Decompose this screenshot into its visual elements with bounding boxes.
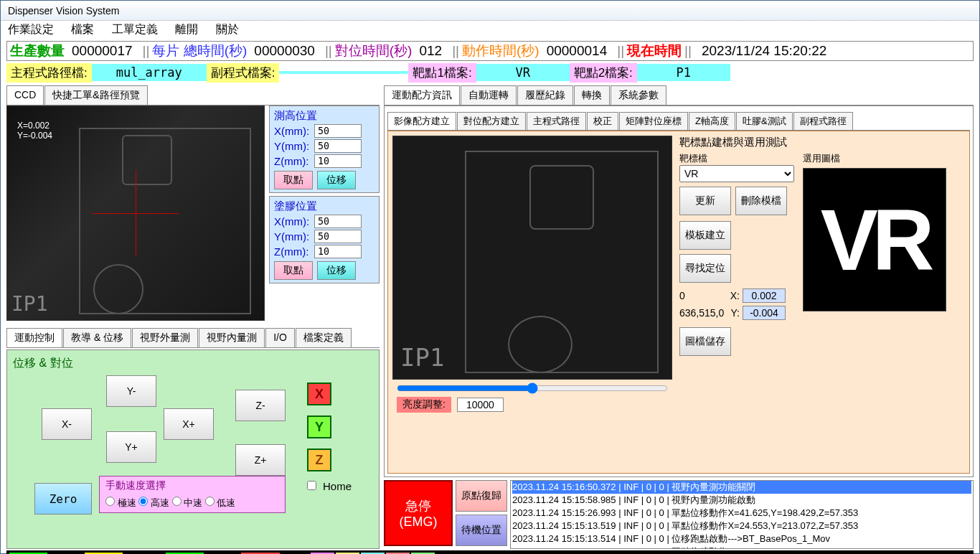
recipe-image[interactable]: IP1 <box>392 136 672 380</box>
target1-label: 靶點1檔案: <box>408 63 476 83</box>
subtab-sub-path[interactable]: 副程式路徑 <box>793 112 853 130</box>
y-value: -0.004 <box>743 306 786 320</box>
subtab-matrix[interactable]: 矩陣對位座標 <box>619 112 688 130</box>
update-button[interactable]: 更新 <box>679 187 731 215</box>
speed-select-panel: 手動速度選擇 極速 高速 中速 低速 <box>99 476 286 513</box>
glue-pick-button[interactable]: 取點 <box>274 261 313 280</box>
tab-fov-out[interactable]: 視野外量測 <box>132 328 198 347</box>
delete-template-button[interactable]: 刪除模檔 <box>735 187 787 215</box>
jog-y-minus[interactable]: Y- <box>106 375 156 407</box>
motion-value: 00000014 <box>547 43 608 59</box>
log-row: 2023.11.24 15:16:50.372 | INF | 0 | 0 | … <box>512 481 971 494</box>
speed-max[interactable]: 極速 <box>105 497 136 508</box>
sub-program-value <box>279 71 408 74</box>
menu-order[interactable]: 工單定義 <box>112 23 158 35</box>
origin-label: 0 <box>679 290 722 301</box>
speed-mid[interactable]: 中速 <box>172 497 203 508</box>
tab-motion-control[interactable]: 運動控制 <box>6 328 62 347</box>
sub-program-label: 副程式檔案: <box>207 63 280 83</box>
tab-sys-params[interactable]: 系統參數 <box>611 85 666 105</box>
home-checkbox[interactable]: Home <box>307 480 352 493</box>
cycle-label: 每片 總時間(秒) <box>152 42 247 60</box>
menu-about[interactable]: 關於 <box>216 23 239 35</box>
y-label: Y: <box>725 307 740 319</box>
axis-y-button[interactable]: Y <box>307 416 331 438</box>
standby-button[interactable]: 待機位置 <box>456 515 507 546</box>
home-button[interactable]: 原點復歸 <box>456 480 507 512</box>
log-row: 2023.11.24 15:15:58.985 | INF | 0 | 0 | … <box>512 494 971 507</box>
x-label: X: <box>725 290 740 301</box>
build-template-button[interactable]: 模板建立 <box>679 221 731 250</box>
log-panel[interactable]: 2023.11.24 15:16:50.372 | INF | 0 | 0 | … <box>510 480 974 549</box>
tab-file-def[interactable]: 檔案定義 <box>296 328 352 347</box>
x-value: 0.002 <box>743 288 786 303</box>
file-bar: 主程式路徑檔: mul_array 副程式檔案: 靶點1檔案: VR 靶點2檔案… <box>6 62 974 83</box>
meas-x-input[interactable] <box>314 124 362 138</box>
find-locate-button[interactable]: 尋找定位 <box>679 254 731 283</box>
axis-z-button[interactable]: Z <box>307 449 331 471</box>
tab-teach[interactable]: 教導 & 位移 <box>63 328 131 347</box>
glue-title: 塗膠位置 <box>274 199 374 213</box>
jog-z-minus[interactable]: Z- <box>235 390 286 421</box>
tab-convert[interactable]: 轉換 <box>574 85 610 105</box>
tab-fov-in[interactable]: 視野內量測 <box>199 328 265 347</box>
measure-height-panel: 測高位置 X(mm): Y(mm): Z(mm): 取點 位移 <box>269 105 380 193</box>
emergency-stop-button[interactable]: 急停(EMG) <box>384 480 453 546</box>
glue-y-input[interactable] <box>314 230 362 243</box>
measure-height-title: 測高位置 <box>274 109 374 123</box>
ccd-image[interactable]: X=0.002Y=-0.004 IP1 <box>6 105 265 321</box>
tab-preview[interactable]: 快捷工單&路徑預覽 <box>44 85 147 105</box>
subtab-z-height[interactable]: Z軸高度 <box>689 112 735 130</box>
jog-x-plus[interactable]: X+ <box>164 408 214 440</box>
jog-x-minus[interactable]: X- <box>42 408 92 440</box>
target2-label: 靶點2檔案: <box>570 63 637 83</box>
menu-file[interactable]: 檔案 <box>71 23 94 35</box>
tab-io[interactable]: I/O <box>265 328 295 347</box>
template-preview: VR <box>803 168 946 311</box>
axis-x-button[interactable]: X <box>307 382 331 405</box>
jog-y-plus[interactable]: Y+ <box>106 431 156 463</box>
brightness-value: 10000 <box>457 398 504 412</box>
main-program-value: mul_array <box>92 64 207 81</box>
now-label: 現在時間 <box>627 42 682 60</box>
speed-label: 手動速度選擇 <box>105 479 279 492</box>
subtab-dispense[interactable]: 吐膠&測試 <box>736 112 793 130</box>
tab-auto-run[interactable]: 自動運轉 <box>461 85 517 105</box>
motion-label: 動作時間(秒) <box>462 42 540 60</box>
jog-z-plus[interactable]: Z+ <box>235 444 286 476</box>
speed-low[interactable]: 低速 <box>205 497 236 508</box>
menu-job[interactable]: 作業設定 <box>8 23 54 35</box>
meas-y-input[interactable] <box>314 139 362 153</box>
target1-value: VR <box>476 64 570 81</box>
meas-z-input[interactable] <box>314 154 362 168</box>
motion-title: 位移 & 對位 <box>13 356 373 371</box>
subtab-image-recipe[interactable]: 影像配方建立 <box>387 112 456 130</box>
tab-recipe-info[interactable]: 運動配方資訊 <box>384 85 460 105</box>
ccd-coords: X=0.002Y=-0.004 <box>17 121 52 141</box>
save-image-button[interactable]: 圖檔儲存 <box>679 327 731 356</box>
stats-bar: 生產數量 00000017|| 每片 總時間(秒) 00000030|| 對位時… <box>6 41 974 61</box>
glue-move-button[interactable]: 位移 <box>317 261 356 280</box>
align-value: 012 <box>419 43 442 59</box>
meas-move-button[interactable]: 位移 <box>317 171 356 189</box>
subtab-calib[interactable]: 校正 <box>587 112 618 130</box>
speed-high[interactable]: 高速 <box>138 497 169 508</box>
meas-pick-button[interactable]: 取點 <box>274 171 313 189</box>
log-row: 2023.11.24 15:15:02.997 | INF | 0 | 0 | … <box>512 545 971 549</box>
target2-value: P1 <box>637 64 730 81</box>
right-tabs: 運動配方資訊 自動運轉 履歷紀錄 轉換 系統參數 <box>384 85 974 105</box>
tab-history[interactable]: 履歷紀錄 <box>517 85 573 105</box>
brightness-slider[interactable] <box>397 382 668 394</box>
menubar: 作業設定 檔案 工單定義 離開 關於 <box>1 21 979 39</box>
tab-ccd[interactable]: CCD <box>6 85 44 105</box>
menu-exit[interactable]: 離開 <box>175 23 198 35</box>
subtab-main-path[interactable]: 主程式路徑 <box>527 112 586 130</box>
glue-x-input[interactable] <box>314 215 362 228</box>
subtab-align-recipe[interactable]: 對位配方建立 <box>457 112 526 130</box>
now-value: 2023/11/24 15:20:22 <box>702 43 826 59</box>
target-file-select[interactable]: VR <box>679 165 794 182</box>
zero-button[interactable]: Zero <box>34 483 92 515</box>
glue-z-input[interactable] <box>314 245 362 258</box>
log-row: 2023.11.24 15:15:13.519 | INF | 0 | 0 | … <box>512 520 971 532</box>
recipe-sub-tabs: 影像配方建立 對位配方建立 主程式路徑 校正 矩陣對位座標 Z軸高度 吐膠&測試… <box>387 112 970 131</box>
